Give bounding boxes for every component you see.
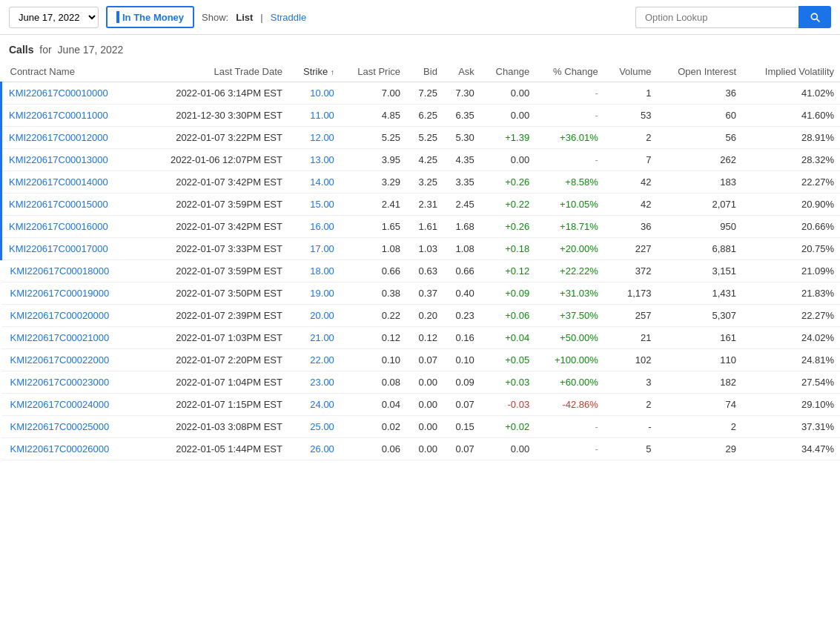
contract-link[interactable]: KMI220617C00021000 <box>10 332 110 343</box>
cell-implied-volatility: 29.10% <box>742 394 840 416</box>
contract-link[interactable]: KMI220617C00015000 <box>9 199 108 210</box>
cell-pct-change: - <box>535 149 604 171</box>
cell-strike: 14.00 <box>288 171 340 194</box>
col-implied-volatility: Implied Volatility <box>742 62 840 82</box>
cell-open-interest: 5,307 <box>658 305 742 327</box>
cell-contract: KMI220617C00014000 <box>1 171 139 194</box>
table-row: KMI220617C00013000 2022-01-06 12:07PM ES… <box>1 149 841 171</box>
contract-link[interactable]: KMI220617C00022000 <box>10 354 110 366</box>
cell-last-trade-date: 2022-01-07 1:03PM EST <box>139 327 288 349</box>
cell-pct-change: +50.00% <box>535 327 604 349</box>
contract-link[interactable]: KMI220617C00020000 <box>10 310 110 321</box>
cell-open-interest: 2,071 <box>658 194 742 216</box>
cell-pct-change: +60.00% <box>535 371 604 394</box>
straddle-link[interactable]: Straddle <box>271 12 306 23</box>
cell-change: 0.00 <box>480 149 535 171</box>
cell-bid: 2.31 <box>406 194 443 216</box>
col-strike[interactable]: Strike ↑ <box>288 62 340 82</box>
cell-change: +0.18 <box>480 238 535 260</box>
cell-open-interest: 2 <box>658 416 742 438</box>
cell-pct-change: +31.03% <box>535 282 604 305</box>
search-button[interactable] <box>798 6 831 28</box>
cell-last-price: 0.12 <box>340 327 406 349</box>
table-row: KMI220617C00022000 2022-01-07 2:20PM EST… <box>1 349 841 371</box>
table-row: KMI220617C00012000 2022-01-07 3:22PM EST… <box>1 127 841 149</box>
cell-contract: KMI220617C00024000 <box>1 394 139 416</box>
cell-implied-volatility: 21.83% <box>742 282 840 305</box>
date-select[interactable]: June 17, 2022 <box>9 7 99 28</box>
contract-link[interactable]: KMI220617C00026000 <box>10 443 110 455</box>
contract-link[interactable]: KMI220617C00019000 <box>10 288 110 299</box>
cell-implied-volatility: 34.47% <box>742 438 840 460</box>
cell-bid: 0.63 <box>406 260 443 282</box>
cell-volume: 53 <box>604 105 658 127</box>
cell-change: 0.00 <box>480 82 535 105</box>
cell-pct-change: - <box>535 438 604 460</box>
cell-open-interest: 3,151 <box>658 260 742 282</box>
cell-contract: KMI220617C00012000 <box>1 127 139 149</box>
cell-volume: 2 <box>604 127 658 149</box>
cell-change: +0.04 <box>480 327 535 349</box>
cell-strike: 13.00 <box>288 149 340 171</box>
cell-strike: 26.00 <box>288 438 340 460</box>
cell-last-price: 4.85 <box>340 105 406 127</box>
cell-strike: 11.00 <box>288 105 340 127</box>
cell-strike: 17.00 <box>288 238 340 260</box>
cell-last-trade-date: 2022-01-07 3:59PM EST <box>139 260 288 282</box>
cell-pct-change: +36.01% <box>535 127 604 149</box>
strike-sort-arrow: ↑ <box>331 68 334 76</box>
contract-link[interactable]: KMI220617C00016000 <box>9 221 108 232</box>
cell-implied-volatility: 20.66% <box>742 216 840 238</box>
cell-last-trade-date: 2021-12-30 3:30PM EST <box>139 105 288 127</box>
cell-last-price: 3.29 <box>340 171 406 194</box>
contract-link[interactable]: KMI220617C00025000 <box>10 421 110 432</box>
cell-bid: 3.25 <box>406 171 443 194</box>
cell-contract: KMI220617C00026000 <box>1 438 139 460</box>
contract-link[interactable]: KMI220617C00014000 <box>9 176 108 188</box>
cell-bid: 0.20 <box>406 305 443 327</box>
cell-contract: KMI220617C00023000 <box>1 371 139 394</box>
cell-change: +0.09 <box>480 282 535 305</box>
in-the-money-button[interactable]: In The Money <box>106 6 194 28</box>
contract-link[interactable]: KMI220617C00024000 <box>10 399 110 410</box>
cell-volume: 1 <box>604 82 658 105</box>
cell-strike: 15.00 <box>288 194 340 216</box>
cell-ask: 0.07 <box>443 438 480 460</box>
cell-last-trade-date: 2022-01-07 3:42PM EST <box>139 171 288 194</box>
cell-last-price: 3.95 <box>340 149 406 171</box>
cell-ask: 4.35 <box>443 149 480 171</box>
contract-link[interactable]: KMI220617C00010000 <box>9 87 108 99</box>
calls-header: Calls for June 17, 2022 <box>0 35 840 62</box>
cell-bid: 6.25 <box>406 105 443 127</box>
calls-date: June 17, 2022 <box>58 44 124 56</box>
cell-last-price: 0.02 <box>340 416 406 438</box>
cell-last-price: 0.10 <box>340 349 406 371</box>
cell-volume: 7 <box>604 149 658 171</box>
cell-strike: 20.00 <box>288 305 340 327</box>
cell-bid: 1.61 <box>406 216 443 238</box>
cell-pct-change: +10.05% <box>535 194 604 216</box>
options-table: Contract Name Last Trade Date Strike ↑ L… <box>0 62 840 460</box>
cell-bid: 0.00 <box>406 438 443 460</box>
cell-pct-change: +18.71% <box>535 216 604 238</box>
cell-change: +0.22 <box>480 194 535 216</box>
contract-link[interactable]: KMI220617C00023000 <box>10 377 110 388</box>
cell-ask: 2.45 <box>443 194 480 216</box>
cell-volume: - <box>604 416 658 438</box>
cell-bid: 1.03 <box>406 238 443 260</box>
cell-volume: 102 <box>604 349 658 371</box>
cell-bid: 0.00 <box>406 371 443 394</box>
contract-link[interactable]: KMI220617C00013000 <box>9 154 108 165</box>
contract-link[interactable]: KMI220617C00012000 <box>9 132 108 143</box>
cell-implied-volatility: 20.75% <box>742 238 840 260</box>
cell-ask: 0.16 <box>443 327 480 349</box>
cell-strike: 12.00 <box>288 127 340 149</box>
contract-link[interactable]: KMI220617C00017000 <box>9 243 108 254</box>
contract-link[interactable]: KMI220617C00011000 <box>9 110 108 121</box>
search-input[interactable] <box>635 7 798 28</box>
contract-link[interactable]: KMI220617C00018000 <box>10 265 110 277</box>
calls-label: Calls <box>9 44 33 56</box>
cell-open-interest: 74 <box>658 394 742 416</box>
cell-contract: KMI220617C00018000 <box>1 260 139 282</box>
table-row: KMI220617C00018000 2022-01-07 3:59PM EST… <box>1 260 841 282</box>
